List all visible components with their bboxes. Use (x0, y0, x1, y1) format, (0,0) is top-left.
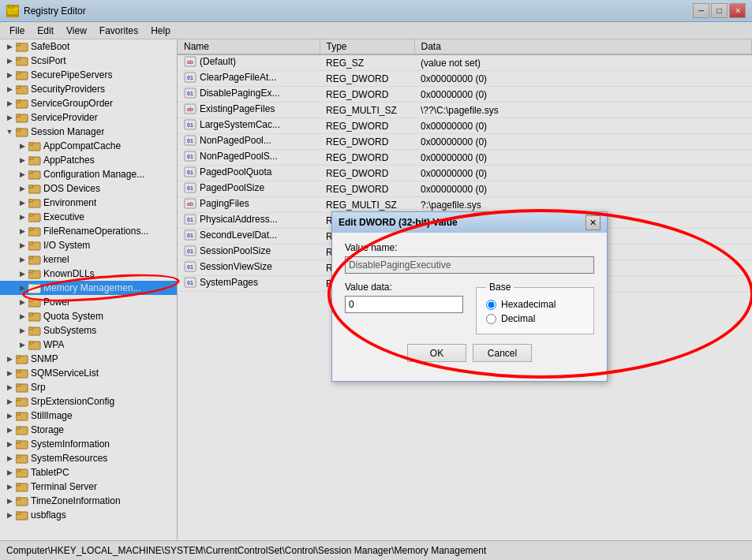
tree-item-systemresources[interactable]: ▶SystemResources (0, 451, 177, 465)
tree-item-configmanager[interactable]: ▶Configuration Manage... (0, 167, 177, 181)
table-row[interactable]: 01NonPagedPoolS...REG_DWORD0x00000000 (0… (178, 150, 752, 166)
expand-btn-serviceprovider[interactable]: ▶ (3, 111, 16, 124)
expand-btn-timezoneinfo[interactable]: ▶ (3, 495, 16, 507)
expand-btn-systemresources[interactable]: ▶ (3, 452, 16, 465)
table-row[interactable]: abPagingFilesREG_MULTI_SZ?:\pagefile.sys (178, 197, 752, 213)
table-row[interactable]: abExistingPageFilesREG_MULTI_SZ\??\C:\pa… (178, 103, 752, 118)
expand-btn-dosdevices[interactable]: ▶ (16, 182, 28, 195)
expand-btn-sqmservicelist[interactable]: ▶ (3, 367, 16, 379)
expand-btn-environment[interactable]: ▶ (16, 196, 28, 209)
expand-btn-servicegrouporder[interactable]: ▶ (3, 97, 16, 110)
table-row[interactable]: 01ClearPageFileAt...REG_DWORD0x00000000 … (178, 71, 752, 87)
tree-item-snmp[interactable]: ▶SNMP (0, 352, 177, 366)
expand-btn-subsystems[interactable]: ▶ (16, 324, 28, 337)
registry-tree[interactable]: ▶SafeBoot▶ScsiPort▶SecurePipeServers▶Sec… (0, 39, 178, 540)
expand-btn-stillimage[interactable]: ▶ (3, 409, 16, 422)
tree-item-apppatches[interactable]: ▶AppPatches (0, 153, 177, 167)
expand-btn-usbflags[interactable]: ▶ (3, 509, 16, 521)
tree-item-stillimage[interactable]: ▶StillImage (0, 409, 177, 423)
tree-item-srpextensionconfig[interactable]: ▶SrpExtensionConfig (0, 394, 177, 409)
tree-item-sqmservicelist[interactable]: ▶SQMServiceList (0, 366, 177, 380)
tree-item-sessionmanager[interactable]: ▼Session Manager (0, 125, 177, 139)
expand-btn-sessionmanager[interactable]: ▼ (3, 125, 16, 138)
expand-btn-executive[interactable]: ▶ (16, 211, 28, 223)
table-row[interactable]: 01NonPagedPool...REG_DWORD0x00000000 (0) (178, 134, 752, 150)
app-icon (6, 5, 19, 17)
ok-button[interactable]: OK (407, 344, 466, 362)
tree-item-tabletpc[interactable]: ▶TabletPC (0, 465, 177, 480)
dialog-close-button[interactable]: ✕ (586, 215, 600, 230)
expand-btn-memorymanagement[interactable]: ▶ (16, 282, 28, 294)
cancel-button[interactable]: Cancel (473, 344, 532, 362)
tree-item-securityproviders[interactable]: ▶SecurityProviders (0, 82, 177, 96)
tree-item-quotasystem[interactable]: ▶Quota System (0, 309, 177, 323)
expand-btn-appcompatchache[interactable]: ▶ (16, 140, 28, 152)
expand-btn-safeboot[interactable]: ▶ (3, 40, 16, 53)
table-row[interactable]: 01DisablePagingEx...REG_DWORD0x00000000 … (178, 87, 752, 103)
tree-item-servicegrouporder[interactable]: ▶ServiceGroupOrder (0, 96, 177, 110)
close-button[interactable]: ✕ (729, 3, 746, 18)
tree-item-safeboot[interactable]: ▶SafeBoot (0, 39, 177, 54)
tree-item-knowndlls[interactable]: ▶KnownDLLs (0, 267, 177, 281)
table-row[interactable]: 01PagedPoolQuotaREG_DWORD0x00000000 (0) (178, 166, 752, 181)
menu-item-file[interactable]: File (3, 24, 31, 38)
expand-btn-storage[interactable]: ▶ (3, 424, 16, 436)
tree-item-iosystem[interactable]: ▶I/O System (0, 238, 177, 252)
tree-item-filerenameoperations[interactable]: ▶FileRenameOperations... (0, 224, 177, 238)
tree-item-memorymanagement[interactable]: ▶Memory Managemen... (0, 281, 177, 295)
expand-btn-apppatches[interactable]: ▶ (16, 154, 28, 166)
table-row[interactable]: 01LargeSystemCac...REG_DWORD0x00000000 (… (178, 118, 752, 134)
value-name-input[interactable] (345, 256, 594, 274)
expand-btn-wpa[interactable]: ▶ (16, 338, 28, 351)
minimize-button[interactable]: ─ (693, 3, 709, 18)
tree-item-usbflags[interactable]: ▶usbflags (0, 508, 177, 522)
tree-item-securepipeservers[interactable]: ▶SecurePipeServers (0, 68, 177, 82)
tree-item-scsiport[interactable]: ▶ScsiPort (0, 54, 177, 68)
tree-item-wpa[interactable]: ▶WPA (0, 338, 177, 352)
tree-item-power[interactable]: ▶Power (0, 295, 177, 309)
menu-item-help[interactable]: Help (144, 24, 177, 38)
expand-btn-tabletpc[interactable]: ▶ (3, 466, 16, 479)
tree-item-timezoneinfo[interactable]: ▶TimeZoneInformation (0, 494, 177, 508)
expand-btn-filerenameoperations[interactable]: ▶ (16, 225, 28, 237)
expand-btn-srp[interactable]: ▶ (3, 381, 16, 394)
tree-item-kernel[interactable]: ▶kernel (0, 252, 177, 267)
expand-btn-terminalserver[interactable]: ▶ (3, 480, 16, 493)
expand-btn-scsiport[interactable]: ▶ (3, 54, 16, 67)
tree-item-environment[interactable]: ▶Environment (0, 196, 177, 210)
hex-radio[interactable] (486, 300, 496, 310)
expand-btn-securityproviders[interactable]: ▶ (3, 83, 16, 95)
table-row[interactable]: 01PagedPoolSizeREG_DWORD0x00000000 (0) (178, 181, 752, 197)
tree-item-systeminformation[interactable]: ▶SystemInformation (0, 437, 177, 451)
expand-btn-kernel[interactable]: ▶ (16, 253, 28, 266)
expand-btn-iosystem[interactable]: ▶ (16, 239, 28, 252)
expand-btn-configmanager[interactable]: ▶ (16, 168, 28, 181)
dec-radio[interactable] (486, 314, 496, 324)
expand-btn-snmp[interactable]: ▶ (3, 353, 16, 365)
tree-item-appcompatchache[interactable]: ▶AppCompatCache (0, 139, 177, 153)
cell-data: 0x00000000 (0) (414, 71, 752, 87)
tree-item-subsystems[interactable]: ▶SubSystems (0, 323, 177, 338)
expand-btn-srpextensionconfig[interactable]: ▶ (3, 395, 16, 408)
tree-item-executive[interactable]: ▶Executive (0, 210, 177, 224)
edit-dword-dialog[interactable]: Edit DWORD (32-bit) Value ✕ Value name: … (331, 211, 608, 382)
expand-btn-knowndlls[interactable]: ▶ (16, 267, 28, 280)
tree-label-quotasystem: Quota System (43, 311, 103, 322)
expand-btn-power[interactable]: ▶ (16, 296, 28, 308)
value-data-input[interactable] (345, 296, 463, 313)
expand-btn-systeminformation[interactable]: ▶ (3, 438, 16, 450)
tree-item-serviceprovider[interactable]: ▶ServiceProvider (0, 110, 177, 125)
svg-rect-46 (28, 342, 33, 344)
folder-icon-wpa (28, 339, 41, 350)
tree-item-storage[interactable]: ▶Storage (0, 423, 177, 437)
menu-item-edit[interactable]: Edit (31, 24, 60, 38)
tree-item-srp[interactable]: ▶Srp (0, 380, 177, 394)
tree-item-terminalserver[interactable]: ▶Terminal Server (0, 480, 177, 494)
tree-item-dosdevices[interactable]: ▶DOS Devices (0, 181, 177, 196)
expand-btn-securepipeservers[interactable]: ▶ (3, 69, 16, 81)
maximize-button[interactable]: □ (711, 3, 728, 18)
menu-item-view[interactable]: View (60, 24, 93, 38)
table-row[interactable]: ab(Default)REG_SZ(value not set) (178, 54, 752, 71)
expand-btn-quotasystem[interactable]: ▶ (16, 310, 28, 323)
menu-item-favorites[interactable]: Favorites (93, 24, 144, 38)
